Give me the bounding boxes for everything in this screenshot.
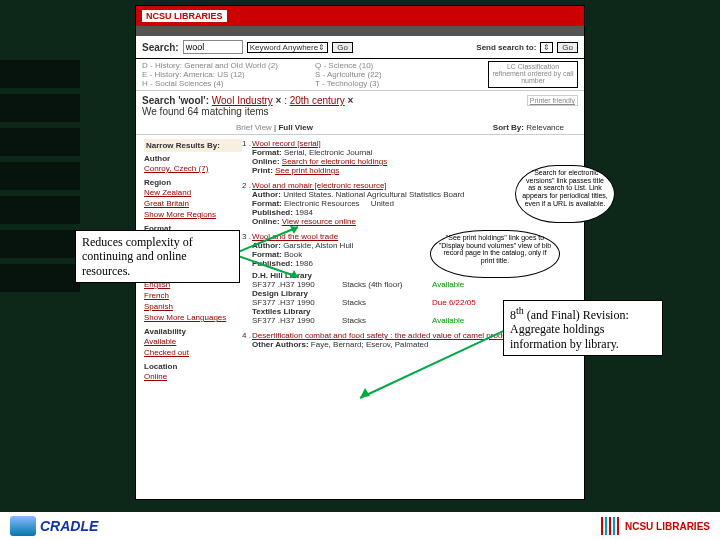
- breadcrumb-row: Search 'wool': Wool Industry × : 20th ce…: [136, 91, 584, 121]
- lc-facets: D - History: General and Old World (2) E…: [136, 59, 584, 91]
- result-title-link[interactable]: Wool and mohair [electronic resource]: [252, 181, 387, 190]
- facet-link[interactable]: Q - Science (10): [315, 61, 488, 70]
- sort-label: Sort By:: [493, 123, 524, 132]
- search-row: Search: Keyword Anywhere ⇕ Go Send searc…: [136, 36, 584, 59]
- facet-link[interactable]: S - Agriculture (22): [315, 70, 488, 79]
- nav-bar: [136, 26, 584, 36]
- result-count: We found 64 matching items: [142, 106, 269, 117]
- brand-label: NCSU LIBRARIES: [142, 10, 227, 22]
- facet-link[interactable]: New Zealand: [144, 187, 242, 198]
- facet-link[interactable]: Available: [144, 336, 242, 347]
- annotation-bubble: "Search for electronic versions" link pa…: [515, 165, 615, 223]
- facet-link[interactable]: D - History: General and Old World (2): [142, 61, 315, 70]
- facet-link[interactable]: Spanish: [144, 301, 242, 312]
- callout-box: Reduces complexity of continuing and onl…: [75, 230, 240, 283]
- send-label: Send search to:: [476, 43, 536, 52]
- facet-link[interactable]: Show More Regions: [144, 209, 242, 220]
- facet-link[interactable]: French: [144, 290, 242, 301]
- facet-link[interactable]: H - Social Sciences (4): [142, 79, 315, 88]
- result-title-link[interactable]: Desertification combat and food safety :…: [252, 331, 522, 340]
- online-link[interactable]: Search for electronic holdings: [282, 157, 387, 166]
- printer-friendly-link[interactable]: Printer friendly: [527, 95, 578, 106]
- result-title-link[interactable]: Wool record [serial]: [252, 139, 321, 148]
- status-available: Available: [432, 316, 464, 325]
- print-link[interactable]: See print holdings: [275, 166, 339, 175]
- callout-box: 8th (and Final) Revision: Aggregate hold…: [503, 300, 663, 356]
- slide: NCSU LIBRARIES Search: Keyword Anywhere …: [0, 0, 720, 540]
- brief-view-link[interactable]: Brief View: [236, 123, 272, 132]
- slide-footer: CRADLE NCSU LIBRARIES: [0, 512, 720, 540]
- go2-button[interactable]: Go: [557, 42, 578, 53]
- facet-link[interactable]: E - History: America: US (12): [142, 70, 315, 79]
- ncsu-icon: [601, 517, 621, 535]
- search-input[interactable]: [183, 40, 243, 54]
- go-button[interactable]: Go: [332, 42, 353, 53]
- search-label: Search:: [142, 42, 179, 53]
- status-available: Available: [432, 280, 464, 289]
- full-view-tab[interactable]: Full View: [278, 123, 313, 132]
- ncsu-logo: NCSU LIBRARIES: [601, 517, 710, 535]
- facet-link[interactable]: Great Britain: [144, 198, 242, 209]
- scope-select[interactable]: Keyword Anywhere ⇕: [247, 42, 328, 53]
- decor-bars: [0, 60, 80, 298]
- cradle-icon: [10, 516, 36, 536]
- facet-link[interactable]: Show More Languages: [144, 312, 242, 323]
- facet-link[interactable]: Conroy, Czech (7): [144, 163, 242, 174]
- result-item: 1 . Wool record [serial] Format: Serial,…: [252, 139, 578, 175]
- facet-link[interactable]: T - Technology (3): [315, 79, 488, 88]
- cradle-logo: CRADLE: [10, 516, 98, 536]
- status-due: Due 6/22/05: [432, 298, 476, 307]
- sidebar-heading: Narrow Results By:: [144, 139, 242, 152]
- facet-link[interactable]: Checked out: [144, 347, 242, 358]
- online-link[interactable]: View resource online: [282, 217, 356, 226]
- crumb-facet[interactable]: 20th century: [290, 95, 345, 106]
- facet-link[interactable]: Online: [144, 371, 242, 382]
- sort-select[interactable]: Relevance: [526, 123, 564, 132]
- crumb-facet[interactable]: Wool Industry: [212, 95, 273, 106]
- annotation-bubble: "See print holdings" link goes to "Displ…: [430, 230, 560, 278]
- lc-note: LC Classification refinement ordered by …: [488, 61, 578, 88]
- view-row: Brief View | Full View Sort By: Relevanc…: [136, 121, 584, 135]
- send-select[interactable]: ⇕: [540, 42, 553, 53]
- result-title-link[interactable]: Wool and the wool trade: [252, 232, 338, 241]
- brand-header: NCSU LIBRARIES: [136, 6, 584, 26]
